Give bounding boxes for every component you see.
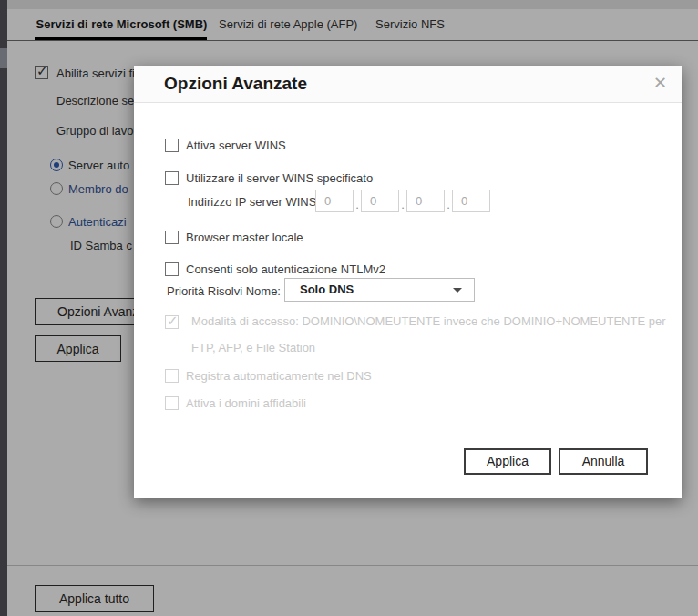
- dialog-title: Opzioni Avanzate: [164, 74, 307, 94]
- ntlmv2-checkbox[interactable]: ✓: [165, 262, 179, 276]
- ip-separator: .: [445, 190, 452, 211]
- close-icon[interactable]: ✕: [653, 73, 667, 93]
- wins-specified-row: ✓ Utilizzare il server WINS specificato: [165, 170, 373, 186]
- dialog-header: Opzioni Avanzate ✕: [134, 66, 682, 103]
- wins-ip-octet-3: [406, 190, 445, 212]
- wins-enable-row: ✓ Attiva server WINS: [165, 138, 286, 153]
- name-resolve-value: Solo DNS: [300, 279, 354, 301]
- trusted-domains-row: ✓ Attiva i domini affidabili: [165, 395, 306, 411]
- dns-register-row: ✓ Registra automaticamente nel DNS: [165, 368, 372, 384]
- local-master-row: ✓ Browser master locale: [165, 230, 303, 245]
- chevron-down-icon: [453, 288, 462, 293]
- check-icon: ✓: [167, 313, 179, 329]
- dns-register-label: Registra automaticamente nel DNS: [186, 369, 372, 383]
- access-mode-checkbox: ✓: [165, 315, 179, 329]
- wins-ip-octet-4: [452, 190, 490, 212]
- dns-register-checkbox: ✓: [165, 369, 179, 383]
- wins-specified-label: Utilizzare il server WINS specificato: [186, 171, 373, 185]
- trusted-domains-checkbox: ✓: [165, 396, 179, 410]
- wins-enable-label: Attiva server WINS: [186, 139, 286, 152]
- ip-separator: .: [354, 190, 361, 211]
- dialog-apply-button[interactable]: Applica: [464, 448, 551, 475]
- name-resolve-select[interactable]: Solo DNS: [284, 278, 475, 302]
- local-master-checkbox[interactable]: ✓: [165, 231, 179, 244]
- advanced-options-dialog: Opzioni Avanzate ✕ ✓ Attiva server WINS …: [134, 66, 682, 498]
- trusted-domains-label: Attiva i domini affidabili: [186, 396, 306, 410]
- wins-ip-octet-1: [315, 190, 354, 212]
- name-resolve-label: Priorità Risolvi Nome:: [167, 284, 281, 298]
- ntlmv2-label: Consenti solo autenticazione NTLMv2: [186, 262, 385, 276]
- ip-separator: .: [399, 190, 406, 211]
- wins-ip-octet-2: [361, 190, 399, 212]
- local-master-label: Browser master locale: [186, 231, 303, 244]
- wins-specified-checkbox[interactable]: ✓: [165, 171, 179, 185]
- wins-enable-checkbox[interactable]: ✓: [165, 139, 179, 152]
- ntlmv2-row: ✓ Consenti solo autenticazione NTLMv2: [165, 262, 385, 277]
- wins-ip-group: . . .: [315, 190, 490, 212]
- dialog-cancel-button[interactable]: Annulla: [559, 448, 648, 475]
- access-mode-label: Modalità di accesso: DOMINIO\NOMEUTENTE …: [191, 308, 691, 361]
- wins-ip-label: Indirizzo IP server WINS: [188, 195, 316, 209]
